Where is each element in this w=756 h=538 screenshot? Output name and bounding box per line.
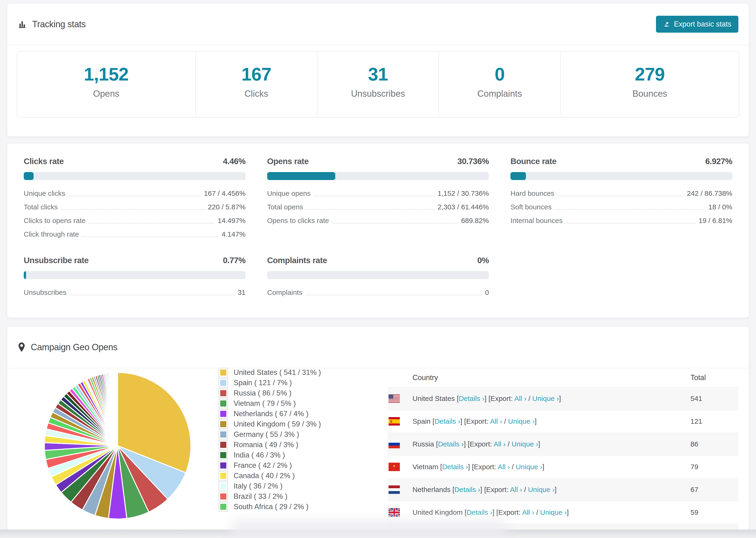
export-all-link[interactable]: All › (494, 440, 506, 448)
map-pin-icon (18, 342, 26, 352)
stat-line: Internal bounces19 / 6.81% (511, 214, 732, 228)
country-column-header: Country (412, 373, 690, 382)
flag-cell (388, 394, 412, 403)
summary-stat-label: Complaints (477, 89, 522, 99)
rate-section-header: Unsubscribe rate0.77% (24, 256, 245, 265)
rate-section-header: Clicks rate4.46% (24, 157, 245, 166)
legend-swatch (219, 389, 228, 398)
export-all-link[interactable]: All › (522, 509, 534, 516)
legend-label: Brazil ( 33 / 2% ) (234, 492, 287, 501)
stat-line-label: Soft bounces (511, 203, 552, 211)
legend-item[interactable]: Italy ( 36 / 2% ) (219, 481, 383, 491)
progress-bar-fill (267, 172, 335, 180)
geo-pie-chart[interactable] (40, 368, 195, 523)
export-unique-link[interactable]: Unique › (528, 486, 555, 493)
legend-item[interactable]: United States ( 541 / 31% ) (219, 367, 383, 378)
export-unique-link[interactable]: Unique › (540, 509, 567, 516)
details-link[interactable]: Details › (459, 395, 485, 402)
legend-item[interactable]: India ( 46 / 3% ) (219, 450, 383, 460)
stat-line-value: 4.147% (222, 230, 245, 238)
rate-section-header: Opens rate30.736% (267, 157, 489, 166)
table-row: Vietnam [Details ›] [Export: All › / Uni… (388, 456, 738, 478)
table-row: United States [Details ›] [Export: All ›… (388, 387, 738, 410)
dotted-leader (61, 209, 205, 210)
export-unique-link[interactable]: Unique › (532, 395, 559, 402)
legend-label: Canada ( 40 / 2% ) (234, 471, 295, 480)
legend-item[interactable]: Netherlands ( 67 / 4% ) (219, 409, 383, 419)
dotted-leader (305, 295, 482, 295)
flag-cell (388, 440, 412, 448)
rates-card: Clicks rate4.46%Unique clicks167 / 4.456… (7, 143, 749, 318)
legend-swatch (219, 399, 228, 408)
stat-line-label: Clicks to opens rate (24, 217, 85, 225)
legend-item[interactable]: France ( 42 / 2% ) (219, 460, 383, 471)
gb-flag-icon (389, 508, 400, 517)
legend-item[interactable]: Romania ( 49 / 3% ) (219, 440, 383, 450)
dotted-leader (69, 295, 235, 295)
details-link[interactable]: Details › (442, 463, 468, 471)
export-all-link[interactable]: All › (510, 486, 522, 493)
flag-cell (388, 508, 412, 517)
legend-item[interactable]: Canada ( 40 / 2% ) (219, 471, 383, 481)
legend-swatch (219, 502, 228, 511)
export-all-link[interactable]: All › (490, 417, 502, 425)
legend-swatch (219, 461, 228, 470)
details-link[interactable]: Details › (438, 440, 464, 448)
stat-line-label: Opens to clicks rate (267, 217, 329, 225)
export-icon (663, 21, 671, 28)
export-all-link[interactable]: All › (498, 463, 510, 471)
vn-flag-icon (389, 463, 400, 471)
legend-swatch (219, 378, 228, 388)
details-link[interactable]: Details › (454, 486, 480, 493)
summary-stat-value: 167 (242, 64, 271, 85)
stat-line-label: Total clicks (24, 203, 58, 211)
stat-line-value: 242 / 86.738% (687, 189, 732, 197)
rate-rows: Unsubscribes31 (24, 286, 245, 299)
legend-swatch (219, 368, 228, 377)
geo-opens-header: Campaign Geo Opens (7, 327, 749, 368)
blurred-overlay (231, 520, 506, 538)
stat-line: Opens to clicks rate689.82% (267, 214, 489, 228)
dotted-leader (332, 223, 458, 224)
export-basic-stats-button[interactable]: Export basic stats (656, 16, 738, 32)
rate-value: 0% (477, 256, 489, 265)
total-cell: 59 (690, 509, 738, 516)
dotted-leader (557, 196, 684, 196)
legend-label: United Kingdom ( 59 / 3% ) (234, 420, 321, 428)
export-unique-link[interactable]: Unique › (516, 463, 542, 471)
legend-item[interactable]: Russia ( 86 / 5% ) (219, 388, 383, 398)
stat-line: Click through rate4.147% (24, 228, 245, 241)
dotted-leader (306, 209, 435, 210)
progress-bar (511, 172, 732, 180)
details-link[interactable]: Details › (434, 417, 460, 425)
export-all-link[interactable]: All › (514, 395, 527, 402)
legend-item[interactable]: Spain ( 121 / 7% ) (219, 378, 383, 388)
stat-line-value: 1,152 / 30.736% (438, 189, 489, 197)
details-link[interactable]: Details › (466, 509, 492, 516)
country-cell: United Kingdom [Details ›] [Export: All … (412, 509, 690, 516)
legend-item[interactable]: United Kingdom ( 59 / 3% ) (219, 419, 383, 429)
export-unique-link[interactable]: Unique › (508, 417, 535, 425)
legend-label: Germany ( 55 / 3% ) (234, 430, 299, 439)
pie-slice[interactable] (117, 372, 118, 446)
export-unique-link[interactable]: Unique › (512, 440, 538, 448)
legend-item[interactable]: Vietnam ( 79 / 5% ) (219, 398, 383, 409)
page-title: Tracking stats (32, 19, 86, 29)
table-row: Spain [Details ›] [Export: All › / Uniqu… (388, 410, 738, 433)
summary-stat: 0Complaints (439, 51, 561, 117)
summary-stat-label: Bounces (632, 89, 667, 99)
legend-swatch (219, 409, 228, 418)
dotted-leader (68, 196, 201, 196)
legend-swatch (219, 492, 228, 501)
dotted-leader (554, 209, 706, 210)
geo-body: United States ( 541 / 31% )Spain ( 121 /… (7, 368, 749, 530)
legend-item[interactable]: Brazil ( 33 / 2% ) (219, 491, 383, 502)
stat-line-label: Complaints (267, 289, 302, 296)
rate-title: Opens rate (267, 157, 309, 166)
legend-swatch (219, 430, 228, 439)
legend-item[interactable]: South Africa ( 29 / 2% ) (219, 502, 383, 512)
country-cell: Netherlands [Details ›] [Export: All › /… (412, 486, 690, 494)
legend-item[interactable]: Germany ( 55 / 3% ) (219, 429, 383, 440)
rate-title: Complaints rate (267, 256, 327, 265)
stat-line-label: Unique opens (267, 189, 311, 197)
